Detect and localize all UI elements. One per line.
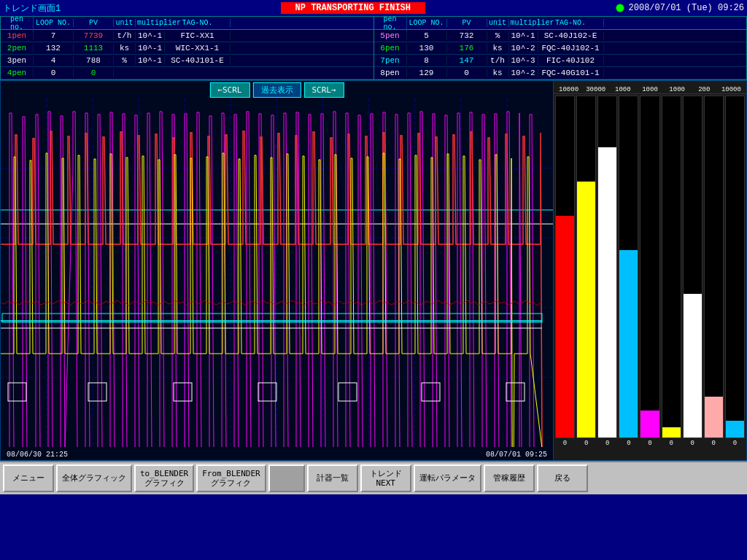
pen-id: 1pen — [1, 31, 34, 40]
left-pen-rows: 1pen 7 7739 t/h 10^-1 FIC-XX1 2pen 132 1… — [1, 30, 374, 79]
bar-bottom-val: 0 — [584, 440, 588, 447]
header-loop-no: LOOP NO. — [34, 19, 74, 27]
header-pv-r: PV — [447, 19, 487, 27]
pen-row-5pen: 5pen 5 732 % 10^-1 SC-40J102-E — [374, 30, 747, 42]
scroll-left-button[interactable]: ←SCRL — [209, 82, 249, 98]
pen-loop: 7 — [34, 31, 74, 40]
spacer1-button[interactable] — [268, 464, 305, 492]
pen-row-4pen: 4pen 0 0 — [1, 67, 374, 79]
all-graphic-button[interactable]: 全体グラフィック — [56, 464, 132, 492]
header-pen-no: pen no. — [1, 15, 34, 31]
bar-bg — [576, 96, 596, 438]
bar-col-4: 0 — [640, 96, 659, 447]
datetime-display: 2008/07/01 (Tue) 09:26 — [629, 3, 744, 13]
bar-bg — [683, 96, 703, 438]
bar-fill — [726, 421, 744, 438]
pen-row-2pen: 2pen 132 1113 ks 10^-1 WIC-XX1-1 — [1, 42, 374, 55]
scale-top-val: 10000 — [555, 86, 582, 93]
bar-chart: 100003000010001000100020010000 0 0 0 0 0… — [553, 81, 746, 460]
history-button[interactable]: 過去表示 — [253, 82, 301, 98]
pen-row-8pen: 8pen 129 0 ks 10^-2 FQC-40G101-1 — [374, 67, 747, 79]
scale-top-val: 1000 — [664, 86, 691, 93]
pen-pv: 0 — [447, 69, 487, 77]
pen-id: 5pen — [374, 31, 407, 40]
pen-loop: 5 — [407, 31, 447, 40]
pen-header-right: pen no. LOOP NO. PV unit multiplier TAG-… — [374, 17, 747, 30]
trend-next-button[interactable]: トレンドNEXT — [360, 464, 411, 492]
bar-col-1: 0 — [576, 96, 596, 447]
op-param-button[interactable]: 運転パラメータ — [414, 464, 481, 492]
bar-bg — [555, 96, 575, 438]
header-loop-no-r: LOOP NO. — [407, 19, 447, 27]
bar-bg — [704, 96, 724, 438]
pen-mult: 10^-1 — [136, 44, 165, 52]
bar-bottom-val: 0 — [712, 440, 716, 447]
pen-loop: 130 — [407, 44, 447, 52]
toolbar: メニュー全体グラフィックto_BLENDERグラフィクFrom_BLENDERグ… — [0, 461, 747, 494]
pen-id: 2pen — [1, 44, 34, 52]
chart-time-end: 08/07/01 09:25 — [486, 451, 547, 459]
pen-pv: 147 — [447, 56, 487, 65]
pen-id: 6pen — [374, 44, 407, 52]
pen-mult: 10^-3 — [509, 56, 538, 65]
pen-mult: 10^-2 — [509, 44, 538, 52]
trend-chart: ←SCRL 過去表示 SCRL→ — [1, 81, 553, 460]
pen-loop: 8 — [407, 56, 447, 65]
pen-pv: 788 — [74, 56, 114, 65]
bar-col-5: 0 — [662, 96, 681, 447]
app-title: トレンド画面1 — [3, 2, 90, 15]
header-tag-no: TAG-NO. — [165, 19, 231, 27]
bar-bottom-val: 0 — [733, 440, 737, 447]
status-indicator — [616, 4, 624, 12]
pen-id: 4pen — [1, 69, 34, 77]
bar-col-0: 0 — [555, 96, 575, 447]
menu-button[interactable]: メニュー — [3, 464, 54, 492]
bar-bg — [640, 96, 659, 438]
bar-bottom-val: 0 — [648, 440, 651, 447]
bar-bg — [597, 96, 617, 438]
pen-mult: 10^-1 — [136, 56, 165, 65]
bar-fill — [577, 182, 595, 438]
pen-tag: WIC-XX1-1 — [165, 44, 231, 52]
scroll-right-button[interactable]: SCRL→ — [304, 82, 344, 98]
bar-col-3: 0 — [619, 96, 638, 447]
header-pv: PV — [74, 19, 114, 27]
pen-mult: 10^-1 — [509, 31, 538, 40]
pen-pv: 176 — [447, 44, 487, 52]
bar-scale-row: 100003000010001000100020010000 — [554, 81, 746, 94]
bars-container: 0 0 0 0 0 0 0 0 — [554, 94, 746, 448]
pen-tag: FIC-XX1 — [165, 31, 231, 40]
bar-bottom-val: 0 — [669, 440, 673, 447]
scale-top-val: 1000 — [636, 86, 663, 93]
bar-bottom-val: 0 — [605, 440, 609, 447]
right-pen-rows: 5pen 5 732 % 10^-1 SC-40J102-E 6pen 130 … — [374, 30, 747, 79]
pen-loop: 132 — [34, 44, 74, 52]
instrument-list-button[interactable]: 計器一覧 — [307, 464, 358, 492]
back-button[interactable]: 戻る — [537, 464, 588, 492]
header-multiplier: multiplier — [136, 19, 165, 27]
pen-row-3pen: 3pen 4 788 % 10^-1 SC-40J101-E — [1, 55, 374, 67]
bar-bottom-val: 0 — [691, 440, 694, 447]
bar-bottom-val: 0 — [563, 440, 567, 447]
header-unit: unit — [114, 19, 136, 27]
pen-loop: 129 — [407, 69, 447, 77]
pen-data-table: pen no. LOOP NO. PV unit multiplier TAG-… — [0, 16, 747, 80]
bar-bottom-val: 0 — [627, 440, 630, 447]
pen-table-left: pen no. LOOP NO. PV unit multiplier TAG-… — [1, 17, 374, 79]
bar-fill — [556, 216, 574, 438]
to-blender-button[interactable]: to_BLENDERグラフィク — [134, 464, 194, 492]
bar-fill — [640, 411, 659, 438]
pen-mult: 10^-1 — [136, 31, 165, 40]
pen-pv: 7739 — [74, 31, 114, 40]
bar-fill — [705, 397, 723, 438]
scale-top-val: 200 — [691, 86, 718, 93]
bar-fill — [684, 294, 702, 438]
pen-table-right: pen no. LOOP NO. PV unit multiplier TAG-… — [374, 17, 747, 79]
mgmt-history-button[interactable]: 管稼履歴 — [484, 464, 535, 492]
scale-top-val: 30000 — [582, 86, 609, 93]
from-blender-button[interactable]: From_BLENDERグラフィク — [196, 464, 266, 492]
pen-row-6pen: 6pen 130 176 ks 10^-2 FQC-40J102-1 — [374, 42, 747, 55]
pen-tag: SC-40J101-E — [165, 56, 231, 65]
chart-time-start: 08/06/30 21:25 — [7, 451, 68, 459]
pen-unit: % — [487, 31, 509, 40]
